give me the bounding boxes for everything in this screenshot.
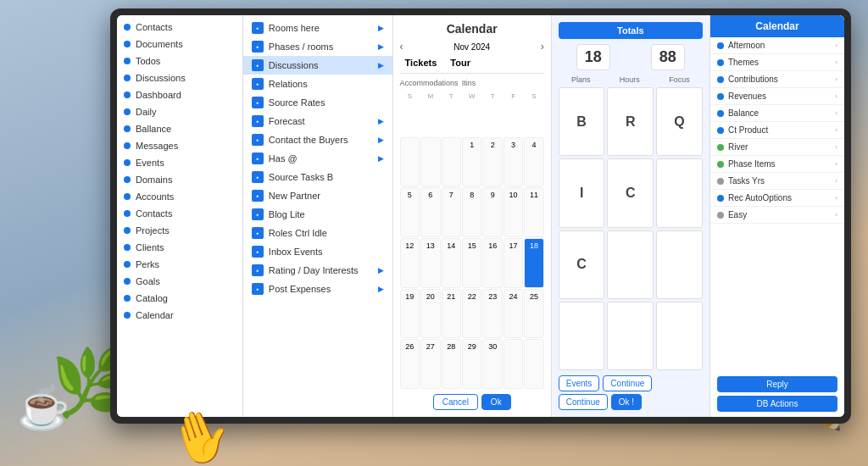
sidebar-item-3[interactable]: Discussions [117, 69, 242, 86]
cal-day-13[interactable]: 11 [524, 187, 543, 237]
menu-item-6[interactable]: ▪ Contact the Buyers ▶ [243, 130, 392, 149]
stats-continue2-button[interactable]: Continue [559, 394, 608, 410]
cal-day-22[interactable]: 20 [420, 289, 440, 339]
menu-item-7[interactable]: ▪ Has @ ▶ [243, 149, 392, 168]
tab-tickets[interactable]: Tickets [400, 56, 442, 69]
right-item-left-10: Easy [717, 210, 747, 219]
menu-item-4[interactable]: ▪ Source Rates [243, 93, 392, 112]
day-header-t2: T [482, 91, 502, 136]
sidebar-item-7[interactable]: Messages [117, 137, 242, 154]
sidebar-item-8[interactable]: Events [117, 154, 242, 171]
stats-ok-button[interactable]: Ok ! [611, 394, 642, 410]
cal-day-24[interactable]: 22 [462, 289, 481, 339]
sidebar-item-4[interactable]: Dashboard [117, 86, 242, 103]
cal-day-16[interactable]: 14 [442, 238, 461, 288]
right-item-0[interactable]: Afternoon › [710, 37, 844, 54]
right-item-2[interactable]: Contributions › [710, 71, 844, 88]
calendar-ok-button[interactable]: Ok [481, 394, 511, 410]
right-item-6[interactable]: River › [710, 139, 844, 156]
sidebar-dot-10 [124, 193, 131, 200]
subtab-accommodations[interactable]: Accommodations [400, 79, 459, 87]
menu-item-12[interactable]: ▪ Inbox Events [243, 242, 392, 261]
right-item-5[interactable]: Ct Product › [710, 122, 844, 139]
cal-day-30[interactable]: 28 [442, 339, 461, 389]
sidebar-item-1[interactable]: Documents [117, 36, 242, 53]
right-item-1[interactable]: Themes › [710, 54, 844, 71]
sidebar-item-5[interactable]: Daily [117, 103, 242, 120]
calendar-next-button[interactable]: › [541, 41, 544, 53]
stats-continue-button[interactable]: Continue [603, 375, 652, 391]
sidebar-item-2[interactable]: Todos [117, 53, 242, 69]
cal-day-15[interactable]: 13 [420, 238, 440, 288]
sidebar-item-14[interactable]: Perks [117, 256, 242, 273]
menu-item-5[interactable]: ▪ Forecast ▶ [243, 112, 392, 130]
cal-day-8[interactable]: 6 [420, 187, 440, 237]
cal-day-19[interactable]: 17 [504, 238, 523, 288]
menu-item-left-8: ▪ Source Tasks B [252, 171, 333, 183]
right-footer-btn-1[interactable]: DB Actions [717, 396, 837, 412]
cal-day-17[interactable]: 15 [462, 238, 481, 288]
menu-item-11[interactable]: ▪ Roles Ctrl Idle [243, 224, 392, 242]
cal-day-20[interactable]: 18 [524, 238, 543, 288]
sidebar-item-17[interactable]: Calendar [117, 307, 242, 324]
right-item-7[interactable]: Phase Items › [710, 156, 844, 173]
sidebar-right: Calendar Afternoon › Themes › Contributi… [710, 15, 844, 417]
sidebar-item-12[interactable]: Projects [117, 222, 242, 239]
right-item-8[interactable]: Tasks Yrs › [710, 173, 844, 190]
cal-day-23[interactable]: 21 [442, 289, 461, 339]
cal-day-21[interactable]: 19 [400, 289, 420, 339]
sidebar-item-6[interactable]: Ballance [117, 120, 242, 137]
sidebar-item-15[interactable]: Goals [117, 273, 242, 290]
cal-day-26[interactable]: 24 [504, 289, 523, 339]
cal-day-6[interactable]: 4 [524, 137, 543, 187]
menu-item-9[interactable]: ▪ New Partner [243, 186, 392, 205]
sidebar-item-13[interactable]: Clients [117, 239, 242, 256]
tab-tour[interactable]: Tour [445, 56, 476, 69]
right-item-3[interactable]: Revenues › [710, 88, 844, 105]
sidebar-label-5: Daily [136, 107, 156, 117]
cal-day-0 [400, 137, 420, 187]
menu-item-14[interactable]: ▪ Post Expenses ▶ [243, 280, 392, 298]
cal-day-12[interactable]: 10 [504, 187, 523, 237]
right-item-9[interactable]: Rec AutoOptions › [710, 190, 844, 207]
sidebar-item-16[interactable]: Catalog [117, 290, 242, 307]
menu-label-2: Discussions [269, 60, 319, 70]
cal-day-27[interactable]: 25 [524, 289, 543, 339]
right-footer-btn-0[interactable]: Reply [717, 376, 837, 392]
cal-day-25[interactable]: 23 [482, 289, 502, 339]
menu-item-3[interactable]: ▪ Relations [243, 75, 392, 93]
menu-item-13[interactable]: ▪ Rating / Day Interests ▶ [243, 261, 392, 280]
cal-day-9[interactable]: 7 [442, 187, 461, 237]
cal-day-14[interactable]: 12 [400, 238, 420, 288]
stats-events-button[interactable]: Events [559, 375, 600, 391]
sidebar-item-11[interactable]: Contacts [117, 205, 242, 222]
cal-day-3[interactable]: 1 [462, 137, 481, 187]
cal-day-10[interactable]: 8 [462, 187, 481, 237]
sidebar-item-10[interactable]: Accounts [117, 188, 242, 205]
menu-item-1[interactable]: ▪ Phases / rooms ▶ [243, 37, 392, 56]
cal-day-11[interactable]: 9 [482, 187, 502, 237]
menu-item-0[interactable]: ▪ Rooms here ▶ [243, 19, 392, 37]
sidebar-item-9[interactable]: Domains [117, 171, 242, 188]
cal-day-1 [420, 137, 440, 187]
calendar-month-year: Nov 2024 [453, 42, 490, 52]
cal-day-7[interactable]: 5 [400, 187, 420, 237]
menu-item-8[interactable]: ▪ Source Tasks B [243, 168, 392, 186]
cal-day-18[interactable]: 16 [482, 238, 502, 288]
cal-day-31[interactable]: 29 [462, 339, 481, 389]
cal-day-29[interactable]: 27 [420, 339, 440, 389]
menu-item-10[interactable]: ▪ Blog Lite [243, 205, 392, 224]
calendar-cancel-button[interactable]: Cancel [433, 394, 478, 410]
right-item-10[interactable]: Easy › [710, 207, 844, 224]
right-item-4[interactable]: Balance › [710, 105, 844, 122]
right-chevron-5: › [835, 126, 837, 134]
menu-item-2[interactable]: ▪ Discussions ▶ [243, 56, 392, 75]
calendar-prev-button[interactable]: ‹ [400, 41, 403, 53]
sidebar-item-0[interactable]: Contacts [117, 19, 242, 36]
right-label-2: Contributions [728, 75, 778, 84]
cal-day-5[interactable]: 3 [504, 137, 523, 187]
cal-day-4[interactable]: 2 [482, 137, 502, 187]
cal-day-32[interactable]: 30 [482, 339, 502, 389]
subtab-itins[interactable]: Itins [462, 79, 476, 87]
cal-day-28[interactable]: 26 [400, 339, 420, 389]
